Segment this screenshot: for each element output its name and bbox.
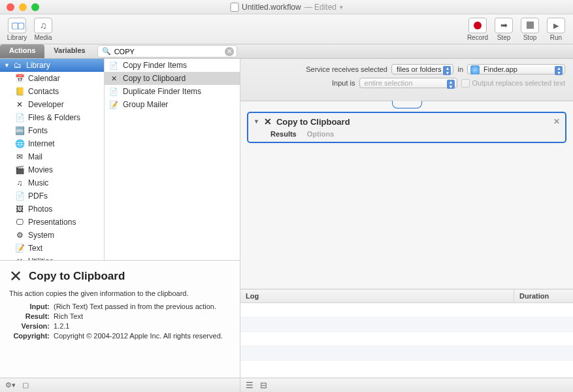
record-button[interactable]: Record <box>466 16 489 43</box>
library-tree[interactable]: ▼ 🗂 Library 📅Calendar📒Contacts✕Developer… <box>0 59 105 260</box>
category-label: Music <box>28 178 48 188</box>
left-footer: ⚙▾ ▢ <box>0 378 240 392</box>
library-category[interactable]: ✕Utilities <box>0 255 104 260</box>
in-label: in <box>457 65 463 73</box>
category-icon: 🖼 <box>14 204 25 214</box>
library-root[interactable]: ▼ 🗂 Library <box>0 59 104 72</box>
action-label: Copy to Clipboard <box>123 74 186 83</box>
stop-button[interactable]: Stop <box>518 16 542 43</box>
category-label: Files & Folders <box>28 113 80 122</box>
tab-actions[interactable]: Actions <box>0 44 44 58</box>
search-field[interactable]: 🔍 ✕ <box>97 45 237 57</box>
title-chevron-icon[interactable]: ▾ <box>340 4 343 10</box>
clear-search-button[interactable]: ✕ <box>225 47 234 56</box>
category-label: Presentations <box>28 218 76 227</box>
right-footer: ☰ ⊟ <box>240 378 573 392</box>
library-category[interactable]: 🔤Fonts <box>0 124 104 137</box>
grid-view-button[interactable]: ⊟ <box>260 380 267 390</box>
toolbar: Library Media Record Step Stop Run <box>0 14 573 44</box>
category-label: Text <box>28 244 42 253</box>
log-row <box>240 332 573 346</box>
action-icon: ✕ <box>108 73 119 84</box>
library-category[interactable]: 📄PDFs <box>0 189 104 203</box>
library-root-label: Library <box>26 61 50 70</box>
list-view-button[interactable]: ☰ <box>246 380 254 390</box>
log-area: Log Duration <box>240 289 573 378</box>
search-input[interactable] <box>114 48 221 56</box>
library-category[interactable]: ⚙System <box>0 229 104 242</box>
action-card-title: Copy to Clipboard <box>276 117 350 127</box>
disclosure-triangle-icon[interactable]: ▼ <box>4 62 9 69</box>
document-icon <box>230 3 238 12</box>
category-label: System <box>28 231 54 240</box>
library-category[interactable]: 🖵Presentations <box>0 216 104 229</box>
workflow-action-card[interactable]: ▼ ✕ Copy to Clipboard ✕ Results Options <box>247 112 566 143</box>
gear-menu-button[interactable]: ⚙▾ <box>5 381 16 389</box>
minimize-window-button[interactable] <box>19 3 27 11</box>
titlebar: Untitled.workflow — Edited ▾ <box>0 0 573 14</box>
receives-popup[interactable]: files or folders ▲▼ <box>391 64 453 74</box>
media-icon <box>40 20 47 31</box>
duration-column-header[interactable]: Duration <box>514 289 573 302</box>
step-button[interactable]: Step <box>492 16 516 43</box>
action-list[interactable]: 📄Copy Finder Items✕Copy to Clipboard📄Dup… <box>105 59 240 260</box>
workflow-area[interactable]: ▼ ✕ Copy to Clipboard ✕ Results Options <box>240 112 573 289</box>
category-label: Mail <box>28 152 42 161</box>
action-item[interactable]: 📄Duplicate Finder Items <box>105 85 240 98</box>
service-config: Service receives selected files or folde… <box>240 59 573 101</box>
library-category[interactable]: 📝Text <box>0 242 104 255</box>
input-is-popup[interactable]: entire selection ▲▼ <box>359 78 457 88</box>
log-body <box>240 303 573 378</box>
category-label: Photos <box>28 204 52 214</box>
close-window-button[interactable] <box>7 3 14 11</box>
log-row <box>240 346 573 361</box>
category-icon: 📒 <box>14 86 25 97</box>
tab-results[interactable]: Results <box>270 130 297 138</box>
library-category[interactable]: 📅Calendar <box>0 72 104 85</box>
connector-notch <box>392 101 422 108</box>
action-icon: 📄 <box>108 86 119 97</box>
category-icon: 📅 <box>14 73 25 84</box>
action-item[interactable]: 📄Copy Finder Items <box>105 59 240 72</box>
tab-options[interactable]: Options <box>307 130 335 138</box>
library-category[interactable]: 🖼Photos <box>0 203 104 216</box>
library-category[interactable]: 📒Contacts <box>0 85 104 98</box>
library-category[interactable]: 📄Files & Folders <box>0 111 104 124</box>
library-button[interactable]: Library <box>5 16 29 43</box>
library-category[interactable]: 🌐Internet <box>0 137 104 150</box>
library-category[interactable]: ✕Developer <box>0 98 104 111</box>
action-item[interactable]: ✕Copy to Clipboard <box>105 72 240 85</box>
tab-variables[interactable]: Variables <box>44 44 94 58</box>
action-icon: 📝 <box>108 99 119 110</box>
category-label: Internet <box>28 139 55 148</box>
app-popup[interactable]: Finder.app ▲▼ <box>467 64 565 74</box>
library-category[interactable]: ✉Mail <box>0 150 104 163</box>
library-category[interactable]: ♫Music <box>0 176 104 189</box>
library-category[interactable]: 🎬Movies <box>0 163 104 176</box>
library-icon <box>11 20 23 30</box>
utilities-icon: ✕ <box>9 267 22 286</box>
library-tabbar: Actions Variables 🔍 ✕ <box>0 44 573 59</box>
toggle-description-button[interactable]: ▢ <box>22 381 29 389</box>
disclosure-triangle-icon[interactable]: ▼ <box>254 118 259 125</box>
document-title: Untitled.workflow <box>242 3 301 12</box>
action-label: Group Mailer <box>123 100 168 109</box>
action-label: Copy Finder Items <box>123 61 187 70</box>
zoom-window-button[interactable] <box>31 3 39 11</box>
action-item[interactable]: 📝Group Mailer <box>105 98 240 111</box>
category-icon: ✕ <box>14 99 25 110</box>
output-replaces-checkbox[interactable]: Output replaces selected text <box>461 79 565 88</box>
traffic-lights <box>0 3 39 11</box>
category-label: Fonts <box>28 126 48 135</box>
category-label: Developer <box>28 100 64 109</box>
run-button[interactable]: Run <box>544 16 568 43</box>
category-icon: 🌐 <box>14 139 25 149</box>
media-button[interactable]: Media <box>31 16 55 43</box>
log-column-header[interactable]: Log <box>240 289 514 302</box>
utilities-icon: ✕ <box>264 116 272 127</box>
record-icon <box>474 22 482 29</box>
category-icon: ♫ <box>14 178 25 188</box>
remove-action-button[interactable]: ✕ <box>553 117 560 126</box>
category-icon: 🎬 <box>14 165 25 175</box>
category-icon: 📝 <box>14 243 25 253</box>
